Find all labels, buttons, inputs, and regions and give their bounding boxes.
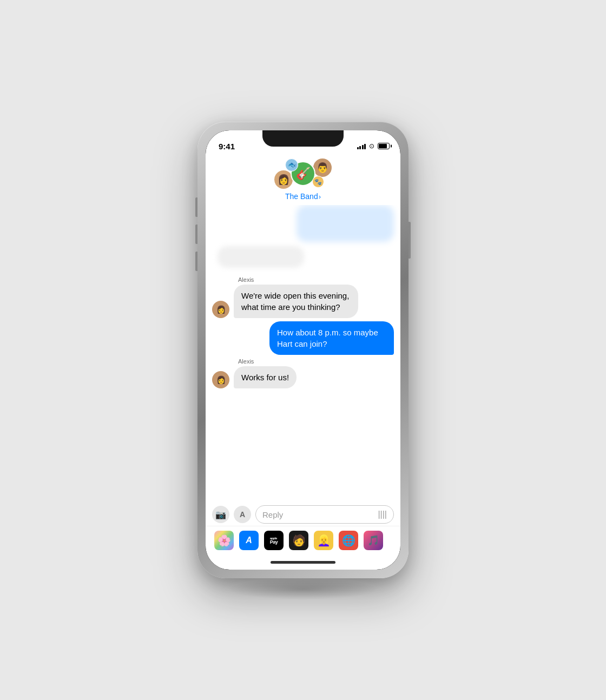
home-bar (271, 561, 335, 564)
avatar-right-emoji: 👨 (317, 162, 328, 174)
tray-applepay-icon: apple Pay (270, 537, 278, 545)
message-row-2: How about 8 p.m. so maybe Hart can join? (212, 321, 394, 355)
tray-appstore-icon: A (246, 536, 252, 545)
wifi-icon: ⊙ (369, 142, 374, 150)
tray-memoji1-icon: 🧑 (292, 534, 306, 547)
appstore-button[interactable]: A (234, 506, 251, 523)
group-name[interactable]: The Band › (285, 192, 321, 201)
signal-icon (357, 143, 366, 149)
camera-button[interactable]: 📷 (212, 506, 229, 523)
signal-bar-3 (362, 145, 364, 149)
tray-appstore-button[interactable]: A (239, 531, 259, 550)
tray-web-button[interactable]: 🌐 (339, 531, 358, 550)
bubble-1: We're wide open this evening, what time … (234, 285, 358, 318)
phone-shell: 9:41 ⊙ (197, 122, 409, 578)
audio-button[interactable]: |||| (378, 510, 387, 519)
avatar-msg-1-icon: 👩 (216, 305, 226, 314)
signal-bar-1 (357, 147, 359, 149)
bubble-3: Works for us! (234, 366, 297, 388)
input-row: 📷 A Reply |||| (212, 505, 394, 524)
tray-web-icon: 🌐 (342, 534, 355, 547)
tray-music-icon: 🎵 (367, 534, 379, 546)
tray-music-button[interactable]: 🎵 (364, 531, 383, 550)
avatar-small-2: 🐾 (312, 176, 324, 188)
bubble-2: How about 8 p.m. so maybe Hart can join? (269, 321, 394, 355)
signal-bar-2 (359, 146, 361, 149)
tray-memoji1-button[interactable]: 🧑 (289, 531, 308, 550)
reply-placeholder: Reply (262, 510, 283, 519)
phone-outer: 9:41 ⊙ (197, 122, 409, 578)
sender-name-3: Alexis (238, 358, 394, 365)
signal-bar-4 (364, 144, 366, 149)
reply-input[interactable]: Reply |||| (255, 505, 394, 524)
sender-name-1: Alexis (238, 276, 394, 283)
avatar-msg-3: 👩 (212, 371, 229, 388)
group-chevron: › (319, 193, 321, 201)
phone-inner: 9:41 ⊙ (206, 130, 400, 570)
avatar-msg-3-icon: 👩 (216, 375, 226, 384)
tray-memoji2-button[interactable]: 👱‍♀️ (314, 531, 333, 550)
group-name-text: The Band (285, 192, 318, 201)
tray-memoji2-icon: 👱‍♀️ (317, 534, 331, 547)
notch (262, 130, 344, 147)
messages-area: Alexis 👩 We're wide open this evening, w… (206, 205, 400, 501)
phone-screen: 9:41 ⊙ (206, 130, 400, 570)
avatar-small1-emoji: 🐟 (288, 161, 296, 169)
home-indicator (206, 554, 400, 570)
app-tray: 🌸 A apple Pay 🧑 (206, 526, 400, 554)
camera-icon: 📷 (215, 510, 226, 520)
status-time: 9:41 (219, 142, 235, 151)
avatars-row: 🎸 👩 👨 🐟 🐾 (273, 157, 333, 190)
message-row-1: 👩 We're wide open this evening, what tim… (212, 285, 394, 318)
message-row-3: 👩 Works for us! (212, 366, 394, 388)
blur-bubble-sent (297, 205, 394, 242)
phone-shadow (227, 578, 379, 600)
tray-photos-button[interactable]: 🌸 (214, 531, 234, 550)
status-icons: ⊙ (357, 142, 390, 150)
page-wrapper: 9:41 ⊙ (0, 0, 606, 700)
tray-applepay-button[interactable]: apple Pay (264, 531, 284, 550)
battery-fill (379, 144, 387, 148)
battery-icon (378, 143, 390, 149)
bubble-2-text: How about 8 p.m. so maybe Hart can join? (277, 328, 378, 348)
avatar-small-1: 🐟 (285, 159, 298, 171)
blur-bubble-received (218, 246, 304, 268)
avatar-left-emoji: 👩 (278, 174, 289, 186)
bubble-1-text: We're wide open this evening, what time … (241, 291, 349, 312)
blurred-messages (212, 205, 394, 272)
avatar-center-emoji: 🎸 (296, 167, 311, 181)
tray-photos-icon: 🌸 (218, 534, 231, 547)
chat-header[interactable]: 🎸 👩 👨 🐟 🐾 (206, 154, 400, 205)
input-area: 📷 A Reply |||| (206, 501, 400, 526)
bubble-3-text: Works for us! (241, 373, 289, 382)
avatar-small2-emoji: 🐾 (314, 179, 322, 186)
avatar-msg-1: 👩 (212, 301, 229, 318)
appstore-icon: A (240, 510, 245, 519)
